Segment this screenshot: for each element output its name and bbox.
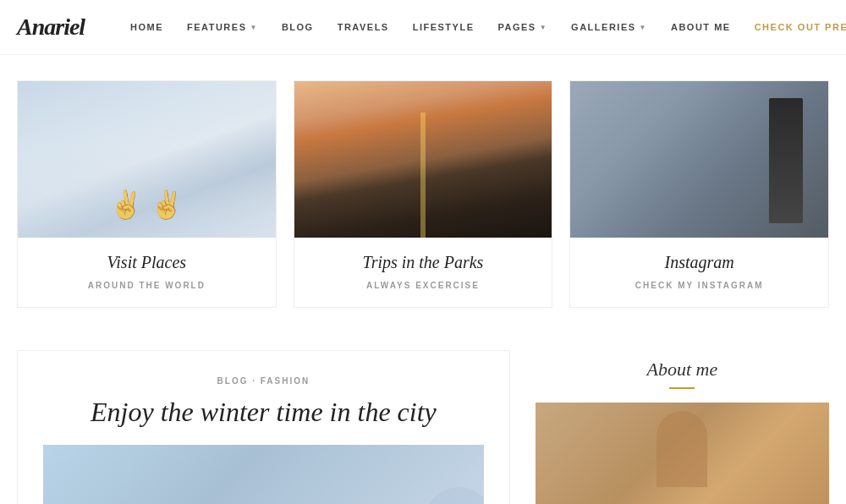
card-body-2: Trips in the Parks ALWAYS EXCERCISE <box>294 238 552 307</box>
card-subtitle-1: AROUND THE WORLD <box>35 281 259 290</box>
nav-item-pages[interactable]: PAGES ▼ <box>486 22 559 32</box>
card-subtitle-3: CHECK MY INSTAGRAM <box>587 281 811 290</box>
about-divider <box>669 387 695 389</box>
blog-post[interactable]: BLOG · FASHION Enjoy the winter time in … <box>17 350 510 504</box>
blog-title: Enjoy the winter time in the city <box>43 396 484 428</box>
nav-item-lifestyle[interactable]: LIFESTYLE <box>401 22 486 32</box>
header: Anariel HOME FEATURES ▼ BLOG TRAVELS LIF… <box>0 0 846 55</box>
nav-item-features[interactable]: FEATURES ▼ <box>175 22 270 32</box>
chevron-down-icon: ▼ <box>250 24 257 31</box>
bottom-section: BLOG · FASHION Enjoy the winter time in … <box>0 342 846 504</box>
main-nav: HOME FEATURES ▼ BLOG TRAVELS LIFESTYLE P… <box>118 22 743 32</box>
card-image-2 <box>294 81 552 238</box>
card-body-1: Visit Places AROUND THE WORLD <box>18 238 276 307</box>
premium-link[interactable]: CHECK OUT PREMIUM VERSiON <box>743 22 846 32</box>
blog-image <box>43 445 484 504</box>
card-trips[interactable]: Trips in the Parks ALWAYS EXCERCISE <box>294 80 553 308</box>
nav-item-about[interactable]: ABOUT ME <box>659 22 743 32</box>
about-me-section: About me <box>536 350 829 504</box>
card-title-3: Instagram <box>587 253 811 272</box>
chevron-down-icon: ▼ <box>540 24 547 31</box>
logo[interactable]: Anariel <box>17 14 118 41</box>
card-title-1: Visit Places <box>35 253 259 272</box>
nav-item-blog[interactable]: BLOG <box>270 22 326 32</box>
card-subtitle-2: ALWAYS EXCERCISE <box>311 281 536 290</box>
nav-item-galleries[interactable]: GALLERIES ▼ <box>559 22 659 32</box>
card-image-1 <box>18 81 276 238</box>
card-title-2: Trips in the Parks <box>311 253 536 272</box>
nav-item-home[interactable]: HOME <box>118 22 175 32</box>
chevron-down-icon: ▼ <box>640 24 647 31</box>
about-me-image <box>536 403 829 504</box>
card-visit-places[interactable]: Visit Places AROUND THE WORLD <box>17 80 277 308</box>
nav-item-travels[interactable]: TRAVELS <box>326 22 401 32</box>
about-me-title: About me <box>536 359 829 381</box>
card-image-3 <box>570 81 828 238</box>
cards-section: Visit Places AROUND THE WORLD Trips in t… <box>0 55 846 342</box>
blog-categories: BLOG · FASHION <box>43 376 484 386</box>
card-instagram[interactable]: Instagram CHECK MY INSTAGRAM <box>569 80 829 308</box>
card-body-3: Instagram CHECK MY INSTAGRAM <box>570 238 828 307</box>
